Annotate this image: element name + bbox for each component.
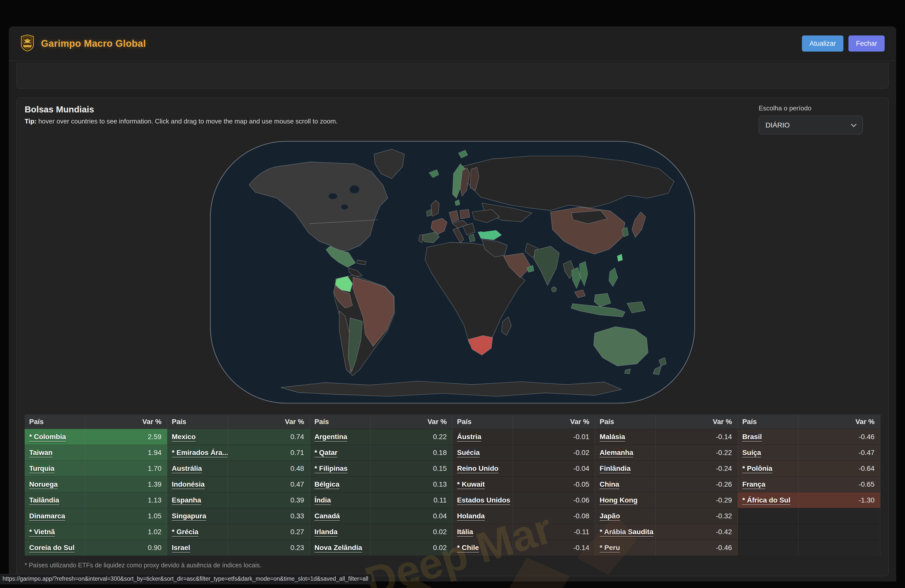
- country-link[interactable]: * Qatar: [314, 449, 338, 457]
- var-cell: -0.46: [656, 540, 738, 556]
- country-link[interactable]: Suécia: [457, 449, 479, 457]
- section-title: Bolsas Mundiais: [25, 104, 338, 114]
- table-row: Israel0.23: [167, 540, 310, 556]
- country-link[interactable]: Argentina: [314, 433, 348, 441]
- country-cell: Hong Kong: [595, 492, 656, 508]
- country-cell: * Kuwait: [452, 476, 513, 492]
- country-link[interactable]: França: [742, 480, 765, 488]
- country-link[interactable]: China: [600, 480, 619, 488]
- table-row: Singapura0.33: [167, 508, 310, 524]
- country-link[interactable]: * Grécia: [172, 528, 198, 536]
- table-row: * Colombia2.59: [25, 429, 167, 445]
- tip-text: hover over countries to see information.…: [37, 118, 338, 125]
- country-link[interactable]: * África do Sul: [742, 496, 791, 504]
- country-link[interactable]: * Emirados Ára...: [172, 449, 228, 457]
- table-row: Suíça-0.47: [738, 445, 880, 461]
- table-row: * Polônia-0.64: [738, 461, 880, 476]
- country-link[interactable]: * Kuwait: [457, 480, 485, 488]
- country-link[interactable]: Finlândia: [600, 464, 630, 472]
- country-link[interactable]: Indonésia: [172, 480, 205, 488]
- country-link[interactable]: * Colombia: [29, 433, 66, 441]
- country-link[interactable]: Japão: [600, 512, 620, 520]
- country-link[interactable]: Itália: [457, 528, 473, 536]
- country-link[interactable]: Taiwan: [29, 449, 52, 457]
- country-link[interactable]: Suíça: [742, 449, 761, 457]
- table-column-group: PaísVar %Malásia-0.14Alemanha-0.22Finlân…: [595, 415, 738, 556]
- country-link[interactable]: Mexico: [172, 433, 195, 441]
- refresh-button[interactable]: Atualizar: [802, 35, 843, 52]
- var-value: -0.47: [859, 449, 875, 457]
- market-table: PaísVar %* Colombia2.59Taiwan1.94Turquia…: [25, 415, 880, 556]
- country-link[interactable]: * Vietnã: [29, 528, 55, 536]
- country-cell: * Peru: [595, 540, 656, 556]
- table-row: França-0.65: [738, 476, 880, 492]
- country-link[interactable]: * Filipinas: [314, 464, 348, 472]
- table-row: Nova Zelândia0.02: [310, 540, 452, 556]
- var-value: 0.74: [291, 433, 304, 441]
- table-row: Indonésia0.47: [167, 476, 310, 492]
- country-link[interactable]: Irlanda: [314, 528, 338, 536]
- column-header-var: Var %: [513, 415, 595, 429]
- column-header-country: País: [25, 415, 85, 429]
- world-map[interactable]: [207, 138, 698, 406]
- var-cell: -0.29: [656, 492, 738, 508]
- var-value: 0.90: [148, 544, 162, 552]
- var-cell: -0.24: [656, 461, 738, 476]
- table-row: * Vietnã1.02: [25, 524, 167, 540]
- table-row: Estados Unidos-0.06: [452, 492, 595, 508]
- country-link[interactable]: Austrália: [172, 464, 202, 472]
- table-row: Taiwan1.94: [25, 445, 167, 461]
- var-cell: -0.65: [799, 476, 880, 492]
- var-cell: 0.47: [228, 476, 310, 492]
- var-cell: 0.39: [228, 492, 310, 508]
- country-cell: Irlanda: [310, 524, 370, 540]
- country-link[interactable]: Canadá: [314, 512, 340, 520]
- country-link[interactable]: Malásia: [600, 433, 625, 441]
- country-link[interactable]: Holanda: [457, 512, 485, 520]
- country-link[interactable]: Turquia: [29, 464, 54, 472]
- table-row: Áustria-0.01: [452, 429, 595, 445]
- country-link[interactable]: Israel: [172, 544, 190, 552]
- country-link[interactable]: Tailândia: [29, 496, 59, 504]
- var-cell: -0.22: [656, 445, 738, 461]
- close-button[interactable]: Fechar: [848, 35, 884, 52]
- table-row: Noruega1.39: [25, 476, 167, 492]
- country-cell: * Arábia Saudita: [595, 524, 656, 540]
- country-link[interactable]: * Arábia Saudita: [600, 528, 653, 536]
- country-link[interactable]: * Polônia: [742, 464, 773, 472]
- etf-footnote: * Países utilizando ETFs de liquidez com…: [25, 562, 880, 569]
- country-link[interactable]: Dinamarca: [29, 512, 65, 520]
- period-select[interactable]: DIÁRIO: [759, 116, 863, 134]
- var-value: -0.22: [716, 449, 732, 457]
- country-link[interactable]: Brasil: [742, 433, 762, 441]
- table-row: * Chile-0.14: [452, 540, 595, 556]
- var-value: -0.08: [573, 512, 589, 520]
- table-row: China-0.26: [595, 476, 738, 492]
- var-cell: 0.13: [370, 476, 452, 492]
- column-header-var: Var %: [85, 415, 167, 429]
- country-cell: Singapura: [167, 508, 228, 524]
- country-link[interactable]: Noruega: [29, 480, 58, 488]
- country-link[interactable]: Espanha: [172, 496, 201, 504]
- var-value: -0.24: [716, 464, 732, 472]
- table-row: Alemanha-0.22: [595, 445, 738, 461]
- var-cell: 1.39: [85, 476, 167, 492]
- var-cell: 0.27: [228, 524, 310, 540]
- var-cell: -0.47: [799, 445, 880, 461]
- country-link[interactable]: * Chile: [457, 544, 479, 552]
- country-link[interactable]: Bélgica: [314, 480, 340, 488]
- country-link[interactable]: Áustria: [457, 433, 481, 441]
- country-cell: Nova Zelândia: [310, 540, 370, 556]
- country-link[interactable]: Nova Zelândia: [314, 544, 362, 552]
- country-link[interactable]: Hong Kong: [600, 496, 638, 504]
- country-link[interactable]: Singapura: [172, 512, 206, 520]
- var-value: -0.46: [859, 433, 875, 441]
- country-cell: * Vietnã: [25, 524, 85, 540]
- country-link[interactable]: Coreia do Sul: [29, 544, 75, 552]
- country-cell: Suíça: [738, 445, 799, 461]
- country-link[interactable]: Estados Unidos: [457, 496, 510, 504]
- country-link[interactable]: Reino Unido: [457, 464, 499, 472]
- country-link[interactable]: Alemanha: [600, 449, 633, 457]
- country-link[interactable]: Índia: [314, 496, 331, 504]
- country-link[interactable]: * Peru: [600, 544, 620, 552]
